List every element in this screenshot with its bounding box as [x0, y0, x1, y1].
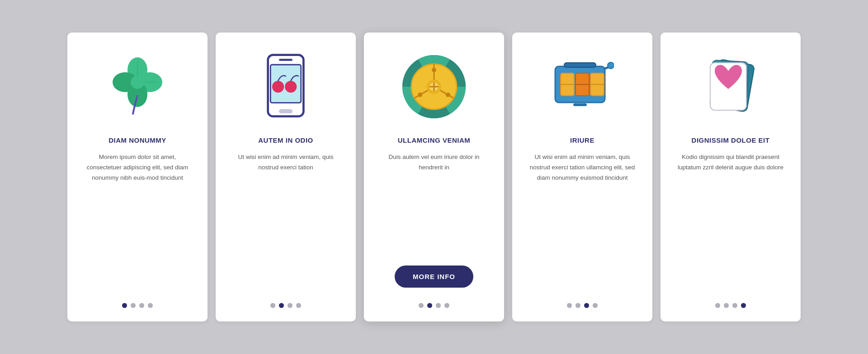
dot	[279, 303, 284, 308]
svg-rect-39	[564, 63, 596, 67]
dot	[436, 303, 441, 308]
card-5-body: Kodio dignissim qui blandit praesent lup…	[674, 152, 787, 292]
card-dignissim: DIGNISSIM DOLOE EIT Kodio dignissim qui …	[660, 33, 801, 321]
card-4-title: IRIURE	[570, 136, 594, 144]
card-5-dots	[715, 303, 746, 308]
card-3-body: Duis autem vel eum iriure dolor in hendr…	[377, 152, 491, 256]
dot	[296, 303, 301, 308]
dot	[444, 303, 449, 308]
dot	[270, 303, 275, 308]
dot	[715, 303, 720, 308]
roulette-icon	[398, 51, 470, 123]
svg-point-12	[272, 81, 284, 93]
dot	[584, 303, 589, 308]
card-4-dots	[567, 303, 598, 308]
svg-point-13	[285, 81, 297, 93]
card-3-title: ULLAMCING VENIAM	[398, 136, 471, 144]
mobile-slot-icon	[250, 51, 322, 123]
card-1-body: Morem ipsum dolor sit amet, consectetuer…	[81, 152, 194, 292]
svg-point-26	[432, 68, 436, 72]
playing-cards-icon	[694, 51, 767, 123]
dot	[741, 303, 746, 308]
svg-rect-38	[573, 103, 587, 106]
dot	[593, 303, 598, 308]
card-5-title: DIGNISSIM DOLOE EIT	[692, 136, 770, 144]
card-3-dots	[419, 303, 449, 308]
card-2-dots	[270, 303, 301, 308]
dot	[732, 303, 737, 308]
dot	[288, 303, 292, 308]
svg-point-37	[608, 62, 614, 69]
clover-icon	[101, 51, 174, 123]
dot	[419, 303, 424, 308]
dot	[567, 303, 572, 308]
card-4-body: Ut wisi enim ad minim veniam, quis nostr…	[526, 152, 639, 292]
slot-machine-icon	[546, 51, 618, 123]
cards-container: DIAM NONUMMY Morem ipsum dolor sit amet,…	[40, 14, 828, 340]
card-1-dots	[122, 303, 153, 308]
dot	[427, 303, 432, 308]
dot	[131, 303, 136, 308]
card-iriure: IRIURE Ut wisi enim ad minim veniam, qui…	[512, 33, 652, 321]
more-info-button[interactable]: MORE INFO	[395, 266, 473, 288]
dot	[122, 303, 127, 308]
card-ullamcing-veniam: ULLAMCING VENIAM Duis autem vel eum iriu…	[364, 33, 504, 321]
svg-rect-14	[279, 59, 292, 61]
svg-point-27	[446, 93, 450, 97]
dot	[148, 303, 153, 308]
card-1-title: DIAM NONUMMY	[108, 136, 166, 144]
card-2-body: Ut wisi enim ad minim veniam, quis nostr…	[229, 152, 342, 292]
dot	[139, 303, 144, 308]
card-autem-in-odio: AUTEM IN ODIO Ut wisi enim ad minim veni…	[216, 33, 356, 321]
svg-rect-15	[279, 109, 292, 113]
card-2-title: AUTEM IN ODIO	[258, 136, 313, 144]
svg-point-28	[418, 93, 422, 97]
card-diam-nonummy: DIAM NONUMMY Morem ipsum dolor sit amet,…	[67, 33, 208, 321]
dot	[576, 303, 580, 308]
dot	[724, 303, 729, 308]
